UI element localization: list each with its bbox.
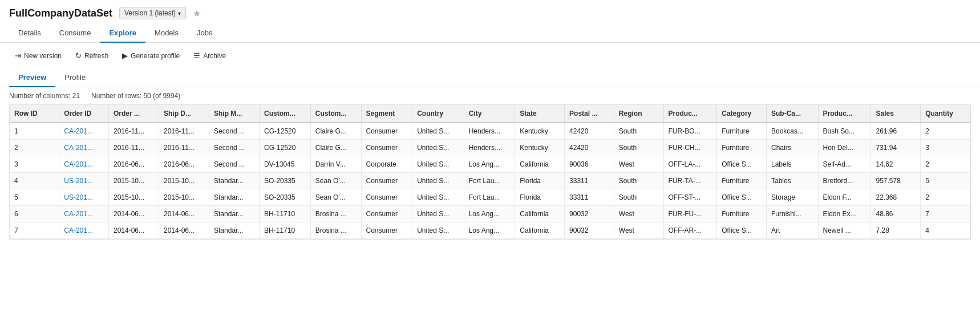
col-header-7[interactable]: Segment (361, 105, 412, 123)
table-row: 3CA-201...2016-06...2016-06...Second ...… (10, 156, 970, 173)
table-row: 6CA-201...2014-06...2014-06...Standar...… (10, 206, 970, 222)
cell-1-1[interactable]: CA-201... (59, 140, 109, 156)
cell-0-17: 261.96 (871, 123, 921, 140)
col-header-8[interactable]: Country (412, 105, 464, 123)
tab-profile[interactable]: Profile (55, 68, 95, 87)
cell-2-15: Labels (767, 156, 818, 173)
tab-details[interactable]: Details (9, 24, 50, 43)
cell-0-10: Kentucky (515, 123, 565, 140)
table-header-row: Row IDOrder IDOrder ...Ship D...Ship M..… (10, 105, 970, 123)
cell-6-1[interactable]: CA-201... (59, 222, 109, 239)
cell-5-10: California (515, 206, 565, 222)
cell-2-6: Darrin V... (310, 156, 361, 173)
cell-3-15: Tables (767, 173, 818, 189)
col-header-6[interactable]: Custom... (310, 105, 361, 123)
cell-5-3: 2014-06... (159, 206, 209, 222)
cell-5-4: Standar... (209, 206, 260, 222)
col-header-12[interactable]: Region (614, 105, 663, 123)
cell-3-0: 4 (10, 173, 59, 189)
cell-3-13: FUR-TA-... (663, 173, 717, 189)
cell-5-1[interactable]: CA-201... (59, 206, 109, 222)
cell-6-5: BH-11710 (260, 222, 311, 239)
cell-1-7: Consumer (361, 140, 412, 156)
cell-5-13: FUR-FU-... (663, 206, 717, 222)
col-header-1[interactable]: Order ID (59, 105, 109, 123)
cell-0-14: Furniture (717, 123, 767, 140)
cell-0-4: Second ... (209, 123, 260, 140)
refresh-button[interactable]: ↻ Refresh (70, 48, 114, 63)
col-header-17[interactable]: Sales (871, 105, 921, 123)
cell-6-17: 7.28 (871, 222, 921, 239)
cell-0-5: CG-12520 (260, 123, 311, 140)
cell-0-16: Bush So... (818, 123, 871, 140)
favorite-icon[interactable]: ★ (193, 8, 201, 19)
cell-5-14: Furniture (717, 206, 767, 222)
new-version-button[interactable]: ⇥ New version (9, 48, 67, 63)
tab-consume[interactable]: Consume (50, 24, 100, 43)
cell-0-18: 2 (921, 123, 970, 140)
cell-5-16: Eldon Ex... (818, 206, 871, 222)
cell-0-1[interactable]: CA-201... (59, 123, 109, 140)
cell-0-2: 2016-11... (108, 123, 159, 140)
cell-0-8: United S... (412, 123, 464, 140)
tab-explore[interactable]: Explore (100, 24, 145, 43)
new-version-icon: ⇥ (15, 51, 21, 60)
cell-4-2: 2015-10... (108, 189, 159, 206)
col-header-14[interactable]: Category (717, 105, 767, 123)
cell-3-10: Florida (515, 173, 565, 189)
cell-4-11: 33311 (565, 189, 614, 206)
col-header-3[interactable]: Ship D... (159, 105, 209, 123)
cell-2-14: Office S... (717, 156, 767, 173)
cell-6-6: Brosina ... (310, 222, 361, 239)
cell-5-0: 6 (10, 206, 59, 222)
col-header-15[interactable]: Sub-Ca... (767, 105, 818, 123)
cell-4-17: 22.368 (871, 189, 921, 206)
cell-4-10: Florida (515, 189, 565, 206)
cell-2-0: 3 (10, 156, 59, 173)
col-header-16[interactable]: Produc... (818, 105, 871, 123)
cell-4-4: Standar... (209, 189, 260, 206)
cell-3-1[interactable]: US-201... (59, 173, 109, 189)
play-icon: ▶ (122, 51, 128, 60)
cell-4-16: Eldon F... (818, 189, 871, 206)
archive-icon: ☰ (193, 51, 200, 60)
cell-3-4: Standar... (209, 173, 260, 189)
archive-button[interactable]: ☰ Archive (188, 48, 232, 63)
version-dropdown[interactable]: Version 1 (latest) ▾ (119, 7, 186, 19)
page-header: FullCompanyDataSet Version 1 (latest) ▾ … (0, 0, 980, 24)
cell-2-8: United S... (412, 156, 464, 173)
cell-3-11: 33311 (565, 173, 614, 189)
dataset-title: FullCompanyDataSet (9, 7, 112, 19)
tab-jobs[interactable]: Jobs (188, 24, 221, 43)
cell-4-9: Fort Lau... (464, 189, 515, 206)
cell-2-9: Los Ang... (464, 156, 515, 173)
cell-2-3: 2016-06... (159, 156, 209, 173)
cell-1-0: 2 (10, 140, 59, 156)
col-header-10[interactable]: State (515, 105, 565, 123)
col-header-4[interactable]: Ship M... (209, 105, 260, 123)
cell-4-5: SO-20335 (260, 189, 311, 206)
cell-5-17: 48.86 (871, 206, 921, 222)
cell-0-15: Bookcas... (767, 123, 818, 140)
col-header-9[interactable]: City (464, 105, 515, 123)
tab-preview[interactable]: Preview (9, 68, 55, 87)
cell-2-13: OFF-LA-... (663, 156, 717, 173)
data-table-container[interactable]: Row IDOrder IDOrder ...Ship D...Ship M..… (9, 104, 971, 240)
col-header-5[interactable]: Custom... (260, 105, 311, 123)
col-header-0[interactable]: Row ID (10, 105, 59, 123)
col-header-18[interactable]: Quantity (921, 105, 970, 123)
cell-1-13: FUR-CH... (663, 140, 717, 156)
col-header-11[interactable]: Postal ... (565, 105, 614, 123)
col-header-2[interactable]: Order ... (108, 105, 159, 123)
table-row: 4US-201...2015-10...2015-10...Standar...… (10, 173, 970, 189)
tab-models[interactable]: Models (145, 24, 188, 43)
cell-5-15: Furnishi... (767, 206, 818, 222)
generate-profile-button[interactable]: ▶ Generate profile (116, 48, 185, 63)
cell-4-1[interactable]: US-201... (59, 189, 109, 206)
cell-2-11: 90036 (565, 156, 614, 173)
cell-1-10: Kentucky (515, 140, 565, 156)
cell-2-1[interactable]: CA-201... (59, 156, 109, 173)
col-header-13[interactable]: Produc... (663, 105, 717, 123)
generate-profile-label: Generate profile (131, 52, 180, 60)
cell-5-6: Brosina ... (310, 206, 361, 222)
